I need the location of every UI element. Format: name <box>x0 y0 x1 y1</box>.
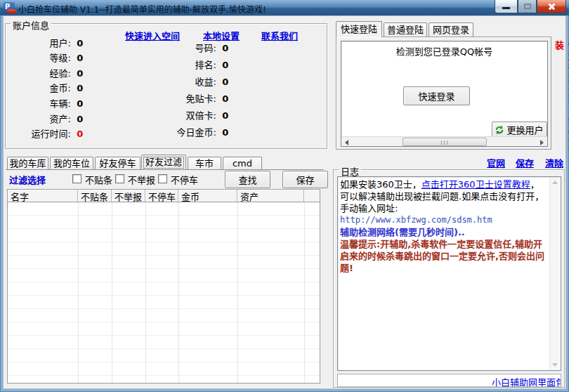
checkbox-no-ticket[interactable] <box>72 174 81 183</box>
checkbox-no-report[interactable] <box>115 174 124 183</box>
tab-my-parking[interactable]: 我的车位 <box>50 157 93 169</box>
user-value: 0 <box>77 38 83 48</box>
field-number: 号码: 0 <box>153 41 228 54</box>
field-assets: 资产: 0 <box>15 112 83 125</box>
tab-quick-login[interactable]: 快速登陆 <box>336 21 382 37</box>
grid-column-line <box>304 202 305 383</box>
save-log-link[interactable]: 保存 <box>516 156 534 169</box>
column-header-assets[interactable]: 资产 <box>237 190 304 202</box>
account-group-title: 账户信息 <box>11 18 51 32</box>
tab-label: 快速登陆 <box>341 24 377 34</box>
log-segment: 如果安装360卫士， <box>340 179 421 190</box>
runtime-value: 0 <box>77 129 83 139</box>
maximize-icon <box>524 4 531 9</box>
number-value: 0 <box>222 43 228 53</box>
find-button[interactable]: 查找 <box>225 171 270 188</box>
tab-strip-line <box>6 169 324 170</box>
scroll-grip <box>441 141 447 145</box>
field-user: 用户: 0 <box>15 36 83 49</box>
tab-label: 好友停车 <box>99 158 136 169</box>
field-cars: 车辆: 0 <box>15 96 83 110</box>
minimize-icon <box>502 7 510 9</box>
level-value: 0 <box>77 53 83 63</box>
field-income: 收益: 0 <box>153 74 228 88</box>
tab-web-login[interactable]: 网页登录 <box>429 22 473 37</box>
coins-value: 0 <box>77 83 83 93</box>
caption-buttons <box>495 0 566 13</box>
noticket-card-value: 0 <box>222 93 228 104</box>
log-warning-line: 温馨提示:开辅助,杀毒软件一定要设置信任,辅助开启来的时候杀毒跳出的窗口一定要允… <box>340 238 548 274</box>
column-header-coins[interactable]: 金币 <box>178 190 237 202</box>
exp-value: 0 <box>77 68 83 79</box>
tab-label: 普通登陆 <box>387 25 424 35</box>
close-button[interactable] <box>537 0 566 13</box>
log-tutorial-link[interactable]: 点击打开360卫士设置教程 <box>421 179 530 190</box>
column-header-no-report[interactable]: 不举报 <box>112 190 145 202</box>
column-header-no-park[interactable]: 不停车 <box>145 190 178 202</box>
save-filter-button[interactable]: 保存 <box>282 171 328 188</box>
checkbox-no-park-label[interactable]: 不停车 <box>171 173 198 186</box>
field-rank: 排名: 0 <box>153 58 228 71</box>
field-level: 等级: 0 <box>15 51 83 64</box>
field-coins: 金币: 0 <box>15 81 83 94</box>
filter-select-label: 过滤选择 <box>9 173 46 186</box>
column-header-name[interactable]: 名字 <box>8 190 78 202</box>
field-noticket-card: 免贴卡: 0 <box>153 91 228 105</box>
log-footer-marquee: 小白辅助网里面包 <box>337 374 561 387</box>
scroll-thumb[interactable] <box>403 138 487 146</box>
footer-site-link[interactable]: 小白辅助网里面包 <box>492 375 561 387</box>
column-header-filler <box>304 190 320 202</box>
scroll-right-arrow[interactable] <box>537 137 547 147</box>
clear-log-link[interactable]: 清除 <box>545 156 563 169</box>
quick-login-button[interactable]: 快速登录 <box>403 86 470 105</box>
maximize-button <box>518 0 537 13</box>
tab-friend-filter[interactable]: 好友过滤 <box>141 155 186 169</box>
official-site-link[interactable]: 官网 <box>487 156 505 169</box>
checkbox-no-ticket-label[interactable]: 不贴条 <box>85 173 112 186</box>
log-url[interactable]: http://www.xbfzwg.com/sdsm.htm <box>340 214 548 226</box>
assets-value: 0 <box>77 114 83 124</box>
column-header-no-ticket[interactable]: 不贴条 <box>78 190 112 202</box>
rank-value: 0 <box>222 60 228 70</box>
friend-table-body[interactable] <box>7 202 320 384</box>
double-card-value: 0 <box>222 110 228 121</box>
tab-normal-login[interactable]: 普通登陆 <box>384 22 427 37</box>
switch-user-label: 更换用户 <box>506 125 543 136</box>
tab-my-garage[interactable]: 我的车库 <box>7 157 48 169</box>
switch-user-button[interactable]: 更换用户 <box>492 122 547 138</box>
grid-column-line <box>78 202 79 383</box>
contact-us-link[interactable]: 联系我们 <box>261 29 298 42</box>
log-line: 如果安装360卫士，点击打开360卫士设置教程，可以解决辅助出现被拦截问题.如果… <box>340 178 548 214</box>
scroll-up-arrow[interactable] <box>552 181 558 184</box>
checkbox-no-report-label[interactable]: 不举报 <box>128 173 155 186</box>
checkbox-no-park[interactable] <box>158 174 167 183</box>
window-title: 小白抢车位辅助 V1.1--打造最简单实用的辅助-解放双手,愉快游戏! <box>18 3 266 15</box>
quick-detect-note: 快速检测不到，QQ重装 <box>552 41 569 153</box>
tab-label: cmd <box>233 158 252 169</box>
today-coins-value: 0 <box>222 127 228 138</box>
friend-table-header: 名字 不贴条 不举报 不停车 金币 资产 <box>7 189 320 202</box>
field-runtime: 运行时间: 0 <box>15 126 83 140</box>
refresh-icon <box>495 125 504 135</box>
minimize-button[interactable] <box>495 0 518 13</box>
title-bar[interactable]: P 小白抢车位辅助 V1.1--打造最简单实用的辅助-解放双手,愉快游戏! <box>0 0 569 15</box>
field-today-coins: 今日金币: 0 <box>153 125 228 138</box>
app-window: P 小白抢车位辅助 V1.1--打造最简单实用的辅助-解放双手,愉快游戏! 账户… <box>0 0 569 392</box>
tab-cmd[interactable]: cmd <box>223 157 262 169</box>
log-detect-line: 辅助检测网络(需要几秒时间).. <box>340 226 548 238</box>
cars-value: 0 <box>77 98 83 109</box>
income-value: 0 <box>222 77 228 87</box>
login-horizontal-scrollbar[interactable] <box>341 136 547 146</box>
log-vertical-scrollbar[interactable] <box>549 178 560 370</box>
tab-label: 车市 <box>195 158 214 169</box>
log-text: 如果安装360卫士，点击打开360卫士设置教程，可以解决辅助出现被拦截问题.如果… <box>340 178 548 274</box>
log-textarea[interactable]: 如果安装360卫士，点击打开360卫士设置教程，可以解决辅助出现被拦截问题.如果… <box>337 176 561 371</box>
field-double-card: 双倍卡: 0 <box>153 108 228 122</box>
scroll-left-arrow[interactable] <box>341 137 351 147</box>
grid-column-line <box>112 202 112 383</box>
scroll-down-arrow[interactable] <box>552 363 558 367</box>
tab-car-market[interactable]: 车市 <box>188 157 221 169</box>
grid-column-line <box>178 202 179 383</box>
tab-friend-parking[interactable]: 好友停车 <box>95 157 140 169</box>
login-listbox: 检测到您已登录QQ帐号 快速登录 更换用户 <box>341 41 548 147</box>
